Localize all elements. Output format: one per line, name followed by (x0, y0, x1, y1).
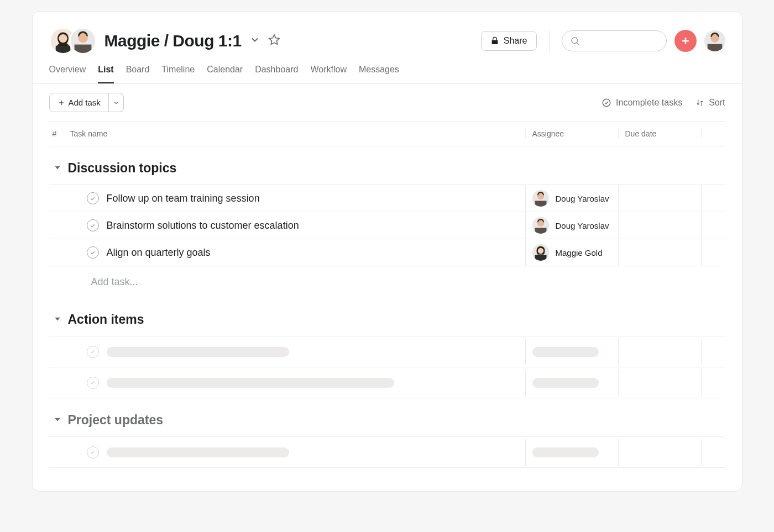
list-toolbar: Add task Incomplete tasks Sort (33, 84, 742, 121)
plus-icon (57, 99, 65, 107)
complete-task-checkbox[interactable] (87, 377, 99, 389)
global-add-button[interactable] (674, 30, 697, 52)
svg-marker-28 (55, 317, 60, 320)
add-task-button[interactable]: Add task (49, 93, 109, 112)
tab-workflow[interactable]: Workflow (310, 65, 347, 83)
placeholder-assignee (532, 378, 599, 388)
add-task-inline[interactable]: Add task... (49, 266, 725, 298)
svg-point-16 (603, 99, 610, 107)
svg-marker-29 (55, 418, 60, 421)
search-input[interactable] (562, 30, 667, 51)
add-task-label: Add task (69, 98, 101, 107)
lock-icon (490, 36, 499, 45)
sort-label: Sort (709, 98, 725, 108)
tab-messages[interactable]: Messages (359, 65, 399, 83)
filter-incomplete-tasks[interactable]: Incomplete tasks (602, 98, 682, 108)
assignee-name: Doug Yaroslav (556, 194, 609, 203)
svg-rect-2 (55, 46, 70, 53)
complete-task-checkbox[interactable] (87, 219, 99, 231)
tab-board[interactable]: Board (126, 65, 150, 83)
star-icon[interactable] (268, 34, 280, 48)
section: Project updates (49, 398, 725, 468)
section-title: Project updates (68, 413, 164, 428)
placeholder-assignee (532, 347, 599, 357)
complete-task-checkbox[interactable] (87, 346, 99, 358)
section-caret-icon (54, 315, 61, 325)
header-divider (549, 30, 550, 52)
svg-point-26 (537, 248, 543, 254)
column-task-name[interactable]: Task name (65, 129, 525, 138)
search-icon (570, 36, 580, 46)
check-circle-icon (602, 98, 611, 108)
task-row-placeholder (49, 437, 725, 468)
complete-task-checkbox[interactable] (87, 246, 99, 259)
task-row-placeholder (49, 336, 725, 367)
task-name: Brainstorm solutions to customer escalat… (107, 220, 299, 231)
section-caret-icon (54, 164, 61, 173)
plus-icon (680, 35, 691, 46)
sort-icon (695, 98, 704, 107)
assignee-avatar[interactable] (532, 217, 549, 234)
filter-label: Incomplete tasks (616, 98, 682, 108)
sort-button[interactable]: Sort (695, 98, 725, 108)
svg-rect-13 (707, 44, 722, 51)
svg-rect-27 (535, 255, 546, 261)
tab-timeline[interactable]: Timeline (161, 65, 195, 83)
task-name: Follow up on team training session (107, 193, 260, 204)
current-user-avatar[interactable] (704, 30, 725, 51)
placeholder-text (107, 447, 289, 457)
svg-point-1 (59, 34, 67, 43)
project-title: Maggie / Doug 1:1 (104, 31, 242, 50)
section-header[interactable]: Discussion topics (49, 146, 725, 185)
project-header: Maggie / Doug 1:1 Share (33, 12, 742, 55)
assignee-name: Maggie Gold (556, 248, 603, 257)
svg-marker-17 (55, 166, 60, 169)
svg-rect-23 (535, 228, 546, 234)
project-menu-dropdown[interactable] (249, 34, 260, 48)
section-header[interactable]: Project updates (49, 398, 725, 436)
chevron-down-icon (112, 99, 120, 107)
assignee-name: Doug Yaroslav (556, 221, 609, 230)
task-rows (49, 336, 725, 398)
placeholder-text (107, 347, 289, 357)
section-caret-icon (54, 415, 61, 425)
section: Discussion topics Follow up on team trai… (49, 146, 725, 298)
task-rows: Follow up on team training session Doug … (49, 185, 725, 266)
assignee-avatar[interactable] (532, 244, 549, 261)
app-window: Maggie / Doug 1:1 Share Overvi (32, 11, 742, 492)
svg-marker-6 (269, 35, 279, 44)
svg-point-7 (572, 38, 578, 44)
project-tabs: OverviewListBoardTimelineCalendarDashboa… (33, 55, 742, 84)
tab-overview[interactable]: Overview (49, 65, 86, 83)
table-header: # Task name Assignee Due date (49, 121, 725, 146)
svg-line-8 (577, 43, 578, 44)
placeholder-text (107, 378, 394, 388)
add-task-dropdown[interactable] (109, 93, 124, 112)
task-row[interactable]: Align on quarterly goals Maggie Gold (49, 239, 725, 266)
column-due-date[interactable]: Due date (618, 129, 701, 138)
task-name: Align on quarterly goals (107, 247, 211, 259)
section-title: Action items (68, 312, 144, 327)
column-assignee[interactable]: Assignee (525, 129, 618, 138)
column-hash: # (49, 129, 65, 138)
column-extra[interactable] (701, 129, 725, 138)
tab-dashboard[interactable]: Dashboard (255, 65, 298, 83)
assignee-avatar[interactable] (532, 190, 549, 207)
task-row-placeholder (49, 367, 725, 398)
tab-calendar[interactable]: Calendar (207, 65, 243, 83)
svg-rect-5 (74, 45, 91, 53)
section-title: Discussion topics (68, 161, 177, 176)
avatar-doug[interactable] (69, 27, 97, 55)
task-row[interactable]: Follow up on team training session Doug … (49, 185, 725, 212)
complete-task-checkbox[interactable] (87, 192, 99, 204)
complete-task-checkbox[interactable] (87, 446, 99, 459)
placeholder-assignee (532, 447, 599, 457)
share-button[interactable]: Share (481, 31, 537, 51)
section-header[interactable]: Action items (49, 298, 725, 336)
share-label: Share (504, 36, 527, 46)
task-rows (49, 436, 725, 468)
tab-list[interactable]: List (98, 65, 113, 83)
task-row[interactable]: Brainstorm solutions to customer escalat… (49, 212, 725, 239)
project-avatar-pair (49, 27, 97, 55)
section: Action items (49, 298, 725, 398)
